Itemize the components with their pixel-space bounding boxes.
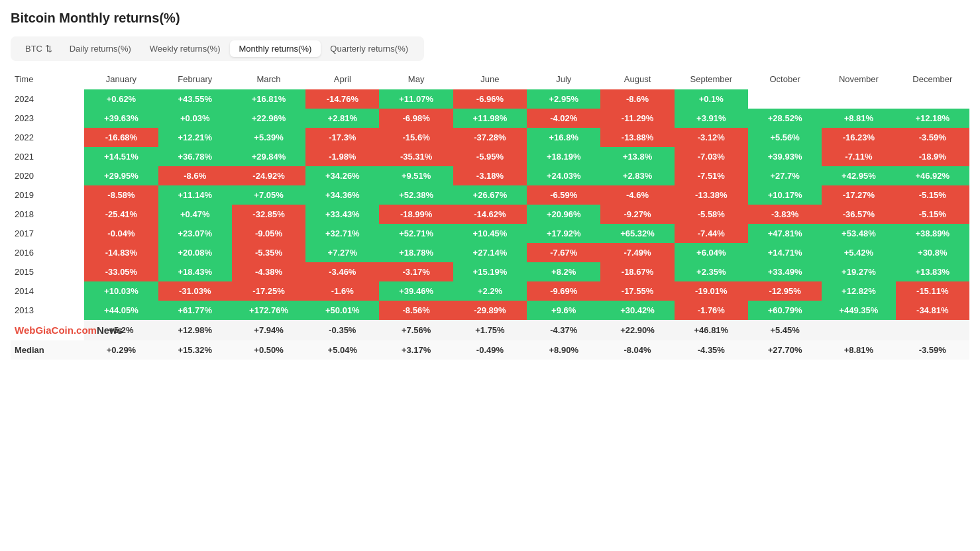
value-cell: +14.51% <box>84 147 158 166</box>
value-cell: -16.68% <box>84 128 158 147</box>
value-cell: +34.26% <box>305 166 379 185</box>
value-cell: +29.95% <box>84 166 158 185</box>
tab-weekly[interactable]: Weekly returns(%) <box>140 40 230 57</box>
value-cell: -7.51% <box>675 166 748 185</box>
value-cell: +11.98% <box>453 109 527 128</box>
value-cell: -11.29% <box>600 109 674 128</box>
value-cell: +38.89% <box>896 224 969 243</box>
table-row: 2016-14.83%+20.08%-5.35%+7.27%+18.78%+27… <box>11 243 969 262</box>
value-cell: +30.42% <box>600 301 674 320</box>
value-cell: +29.84% <box>232 147 305 166</box>
value-cell: -3.59% <box>896 340 969 360</box>
value-cell: +39.46% <box>379 281 453 301</box>
value-cell: +46.92% <box>896 166 969 185</box>
value-cell: -0.35% <box>305 320 379 340</box>
value-cell: +12.98% <box>158 320 232 340</box>
value-cell: -9.27% <box>600 205 674 224</box>
table-row: 2022-16.68%+12.21%+5.39%-17.3%-15.6%-37.… <box>11 128 969 147</box>
value-cell: +61.77% <box>158 301 232 320</box>
page: Bitcoin Monthly returns(%) BTC ⇅ Daily r… <box>0 0 980 370</box>
value-cell: +10.45% <box>453 224 527 243</box>
value-cell: -7.67% <box>527 243 600 262</box>
value-cell <box>748 89 822 109</box>
value-cell: -33.05% <box>84 262 158 281</box>
value-cell: +8.81% <box>822 340 895 360</box>
col-header-may: May <box>379 69 453 89</box>
value-cell: -17.55% <box>600 281 674 301</box>
value-cell: -9.05% <box>232 224 305 243</box>
table-row: WebGiaCoin.comNews+5.2%+12.98%+7.94%-0.3… <box>11 320 969 340</box>
value-cell: +12.21% <box>158 128 232 147</box>
value-cell: +8.2% <box>527 262 600 281</box>
value-cell: +3.91% <box>675 109 748 128</box>
btc-selector[interactable]: BTC ⇅ <box>17 40 60 57</box>
table-row: 2021+14.51%+36.78%+29.84%-1.98%-35.31%-5… <box>11 147 969 166</box>
value-cell: +0.29% <box>84 340 158 360</box>
tab-daily[interactable]: Daily returns(%) <box>60 40 140 57</box>
value-cell: -36.57% <box>822 205 895 224</box>
value-cell: -1.98% <box>305 147 379 166</box>
value-cell: +23.07% <box>158 224 232 243</box>
value-cell: +2.95% <box>527 89 600 109</box>
value-cell: -16.23% <box>822 128 895 147</box>
value-cell: +52.71% <box>379 224 453 243</box>
year-cell: 2015 <box>11 262 84 281</box>
value-cell: +18.43% <box>158 262 232 281</box>
col-header-sep: September <box>675 69 748 89</box>
value-cell: +12.82% <box>822 281 895 301</box>
value-cell: +36.78% <box>158 147 232 166</box>
value-cell: +12.18% <box>896 109 969 128</box>
value-cell: +11.14% <box>158 185 232 205</box>
value-cell: -5.15% <box>896 205 969 224</box>
table-row: 2018-25.41%+0.47%-32.85%+33.43%-18.99%-1… <box>11 205 969 224</box>
year-cell: 2019 <box>11 185 84 205</box>
value-cell: -7.11% <box>822 147 895 166</box>
value-cell: +14.71% <box>748 243 822 262</box>
value-cell: -0.49% <box>453 340 527 360</box>
value-cell: -4.35% <box>675 340 748 360</box>
value-cell: -4.38% <box>232 262 305 281</box>
year-cell: 2023 <box>11 109 84 128</box>
value-cell: -3.17% <box>379 262 453 281</box>
value-cell <box>822 320 895 340</box>
value-cell: +39.63% <box>84 109 158 128</box>
value-cell: +65.32% <box>600 224 674 243</box>
value-cell: +2.35% <box>675 262 748 281</box>
tab-monthly[interactable]: Monthly returns(%) <box>230 40 321 57</box>
value-cell: +27.70% <box>748 340 822 360</box>
value-cell: +17.92% <box>527 224 600 243</box>
value-cell: +0.47% <box>158 205 232 224</box>
value-cell: +7.94% <box>232 320 305 340</box>
value-cell: -7.03% <box>675 147 748 166</box>
value-cell: +33.43% <box>305 205 379 224</box>
value-cell <box>896 320 969 340</box>
value-cell: -6.98% <box>379 109 453 128</box>
value-cell: +13.83% <box>896 262 969 281</box>
value-cell: -4.37% <box>527 320 600 340</box>
table-row: Median+0.29%+15.32%+0.50%+5.04%+3.17%-0.… <box>11 340 969 360</box>
value-cell: -8.56% <box>379 301 453 320</box>
value-cell: +3.17% <box>379 340 453 360</box>
value-cell: +27.14% <box>453 243 527 262</box>
value-cell: +15.32% <box>158 340 232 360</box>
table-row: 2024+0.62%+43.55%+16.81%-14.76%+11.07%-6… <box>11 89 969 109</box>
year-cell: 2013 <box>11 301 84 320</box>
value-cell <box>822 89 895 109</box>
value-cell: +9.51% <box>379 166 453 185</box>
col-header-aug: August <box>600 69 674 89</box>
value-cell: -34.81% <box>896 301 969 320</box>
col-header-oct: October <box>748 69 822 89</box>
tab-quarterly[interactable]: Quarterly returns(%) <box>321 40 417 57</box>
table-row: 2014+10.03%-31.03%-17.25%-1.6%+39.46%+2.… <box>11 281 969 301</box>
value-cell: +8.90% <box>527 340 600 360</box>
year-cell: 2017 <box>11 224 84 243</box>
value-cell: +18.78% <box>379 243 453 262</box>
value-cell: -17.3% <box>305 128 379 147</box>
value-cell: +5.56% <box>748 128 822 147</box>
col-header-apr: April <box>305 69 379 89</box>
value-cell: +34.36% <box>305 185 379 205</box>
value-cell: +33.49% <box>748 262 822 281</box>
value-cell: -25.41% <box>84 205 158 224</box>
value-cell: -7.44% <box>675 224 748 243</box>
value-cell <box>896 89 969 109</box>
